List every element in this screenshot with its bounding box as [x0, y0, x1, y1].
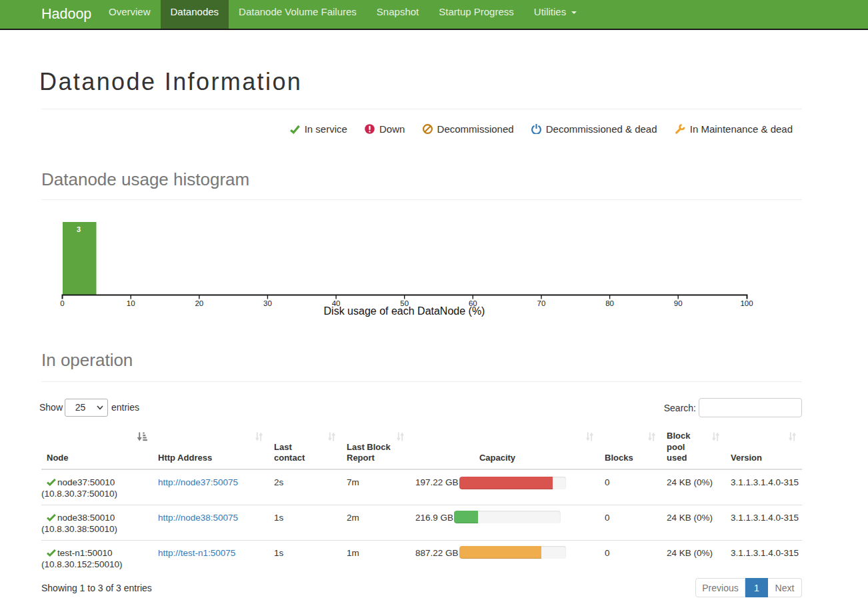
svg-text:3: 3: [77, 225, 81, 233]
svg-text:10: 10: [127, 299, 135, 307]
svg-text:30: 30: [263, 299, 272, 307]
svg-text:70: 70: [537, 299, 546, 307]
svg-text:20: 20: [195, 299, 203, 307]
svg-text:100: 100: [740, 299, 753, 307]
svg-text:0: 0: [60, 299, 64, 307]
svg-text:Disk usage of each DataNode (%: Disk usage of each DataNode (%): [324, 305, 485, 317]
svg-text:90: 90: [674, 299, 683, 307]
svg-text:80: 80: [605, 299, 614, 307]
